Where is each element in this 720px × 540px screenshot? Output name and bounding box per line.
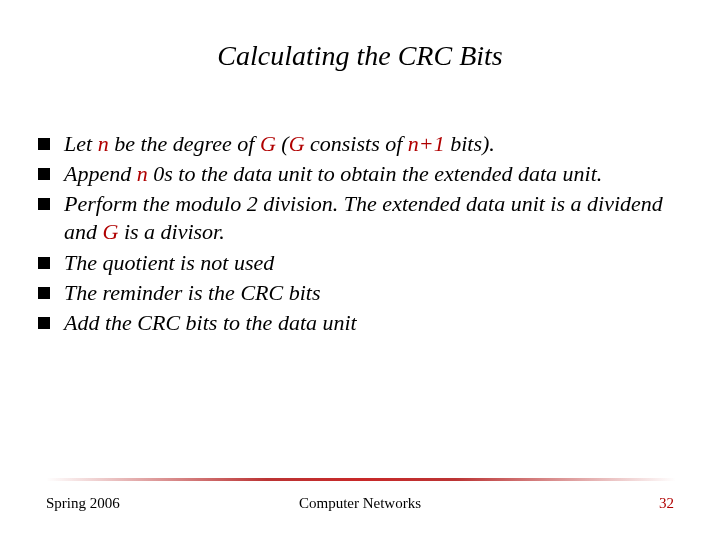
emphasis-text: G <box>289 131 305 156</box>
footer-left: Spring 2006 <box>46 495 255 512</box>
square-bullet-icon <box>38 168 50 180</box>
text-run: ( <box>276 131 289 156</box>
footer-page-number: 32 <box>465 495 674 512</box>
bullet-text: Append n 0s to the data unit to obtain t… <box>64 160 686 188</box>
square-bullet-icon <box>38 287 50 299</box>
footer: Spring 2006 Computer Networks 32 <box>0 478 720 512</box>
list-item: Let n be the degree of G (G consists of … <box>38 130 686 158</box>
square-bullet-icon <box>38 257 50 269</box>
emphasis-text: n <box>98 131 109 156</box>
text-run: 0s to the data unit to obtain the extend… <box>148 161 603 186</box>
list-item: The quotient is not used <box>38 249 686 277</box>
bullet-list: Let n be the degree of G (G consists of … <box>34 130 686 337</box>
emphasis-text: G <box>260 131 276 156</box>
emphasis-text: n <box>137 161 148 186</box>
footer-row: Spring 2006 Computer Networks 32 <box>46 495 674 512</box>
text-run: Let <box>64 131 98 156</box>
text-run: Append <box>64 161 137 186</box>
list-item: Append n 0s to the data unit to obtain t… <box>38 160 686 188</box>
slide-title: Calculating the CRC Bits <box>34 40 686 72</box>
text-run: bits). <box>445 131 495 156</box>
emphasis-text: n+1 <box>408 131 445 156</box>
square-bullet-icon <box>38 317 50 329</box>
emphasis-text: G <box>103 219 119 244</box>
footer-center: Computer Networks <box>255 495 464 512</box>
text-run: be the degree of <box>109 131 260 156</box>
bullet-text: The quotient is not used <box>64 249 686 277</box>
text-run: consists of <box>305 131 408 156</box>
list-item: The reminder is the CRC bits <box>38 279 686 307</box>
separator-bar <box>46 478 676 481</box>
text-run: The quotient is not used <box>64 250 274 275</box>
slide: Calculating the CRC Bits Let n be the de… <box>0 0 720 540</box>
bullet-text: Add the CRC bits to the data unit <box>64 309 686 337</box>
text-run: is a divisor. <box>118 219 224 244</box>
bullet-text: The reminder is the CRC bits <box>64 279 686 307</box>
list-item: Add the CRC bits to the data unit <box>38 309 686 337</box>
square-bullet-icon <box>38 138 50 150</box>
bullet-text: Perform the modulo 2 division. The exten… <box>64 190 686 246</box>
text-run: The reminder is the CRC bits <box>64 280 320 305</box>
list-item: Perform the modulo 2 division. The exten… <box>38 190 686 246</box>
bullet-text: Let n be the degree of G (G consists of … <box>64 130 686 158</box>
text-run: Add the CRC bits to the data unit <box>64 310 357 335</box>
square-bullet-icon <box>38 198 50 210</box>
